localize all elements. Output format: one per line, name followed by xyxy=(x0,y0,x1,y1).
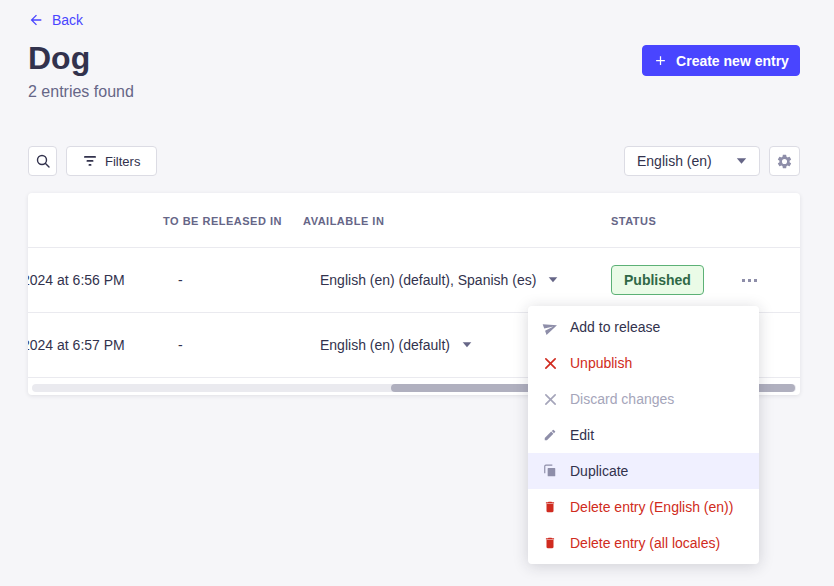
locales-expand-button[interactable] xyxy=(546,275,560,285)
menu-item-label: Edit xyxy=(570,427,594,443)
release-cell: - xyxy=(178,337,183,353)
menu-item-edit[interactable]: Edit xyxy=(528,417,759,453)
caret-down-icon xyxy=(462,342,472,348)
filter-icon xyxy=(83,155,97,167)
locales-expand-button[interactable] xyxy=(460,340,474,350)
locales-cell: English (en) (default) xyxy=(320,337,474,353)
menu-item-delete-entry-locale[interactable]: Delete entry (English (en)) xyxy=(528,489,759,525)
more-options-button[interactable] xyxy=(731,268,767,292)
view-settings-button[interactable] xyxy=(769,146,800,176)
duplicate-icon xyxy=(542,463,558,479)
search-icon xyxy=(35,153,51,169)
gear-icon xyxy=(776,153,793,170)
filters-button[interactable]: Filters xyxy=(66,146,157,176)
locale-selected-value: English (en) xyxy=(637,153,712,169)
back-link[interactable]: Back xyxy=(28,12,83,28)
send-icon xyxy=(542,319,558,335)
trash-icon xyxy=(542,535,558,551)
ellipsis-icon xyxy=(742,279,745,282)
updated-date-cell: 2024 at 6:57 PM xyxy=(28,337,125,353)
entries-count: 2 entries found xyxy=(28,83,134,101)
search-button[interactable] xyxy=(28,146,57,176)
create-new-entry-button[interactable]: Create new entry xyxy=(642,45,800,76)
column-header-to-be-released-in: TO BE RELEASED IN xyxy=(163,215,282,227)
row-actions-context-menu: Add to release Unpublish Discard changes… xyxy=(528,306,759,564)
menu-item-label: Delete entry (all locales) xyxy=(570,535,720,551)
filters-label: Filters xyxy=(105,154,140,169)
column-header-available-in: AVAILABLE IN xyxy=(303,215,384,227)
release-cell: - xyxy=(178,272,183,288)
page-title: Dog xyxy=(28,40,90,77)
menu-item-label: Delete entry (English (en)) xyxy=(570,499,733,515)
menu-item-duplicate[interactable]: Duplicate xyxy=(528,453,759,489)
cross-icon xyxy=(542,391,558,407)
caret-down-icon xyxy=(548,277,558,283)
cross-icon xyxy=(542,355,558,371)
menu-item-delete-entry-all-locales[interactable]: Delete entry (all locales) xyxy=(528,525,759,561)
menu-item-label: Unpublish xyxy=(570,355,632,371)
menu-item-label: Discard changes xyxy=(570,391,674,407)
status-badge: Published xyxy=(611,265,704,295)
arrow-left-icon xyxy=(28,12,44,28)
pencil-icon xyxy=(542,427,558,443)
create-new-entry-label: Create new entry xyxy=(676,53,789,69)
column-header-status: STATUS xyxy=(611,215,656,227)
locale-select[interactable]: English (en) xyxy=(624,146,760,176)
trash-icon xyxy=(542,499,558,515)
menu-item-unpublish[interactable]: Unpublish xyxy=(528,345,759,381)
back-label: Back xyxy=(52,12,83,28)
menu-item-discard-changes: Discard changes xyxy=(528,381,759,417)
menu-item-label: Add to release xyxy=(570,319,660,335)
content-manager-list-view: Back Dog 2 entries found Create new entr… xyxy=(0,0,834,586)
menu-item-label: Duplicate xyxy=(570,463,628,479)
menu-item-add-to-release[interactable]: Add to release xyxy=(528,309,759,345)
locales-value: English (en) (default) xyxy=(320,337,450,353)
table-header-row: TO BE RELEASED IN AVAILABLE IN STATUS xyxy=(28,193,800,248)
table-row[interactable]: 2024 at 6:56 PM - English (en) (default)… xyxy=(28,248,800,313)
plus-icon xyxy=(653,53,668,68)
locales-cell: English (en) (default), Spanish (es) xyxy=(320,272,560,288)
locales-value: English (en) (default), Spanish (es) xyxy=(320,272,536,288)
chevron-down-icon xyxy=(736,158,747,165)
updated-date-cell: 2024 at 6:56 PM xyxy=(28,272,125,288)
